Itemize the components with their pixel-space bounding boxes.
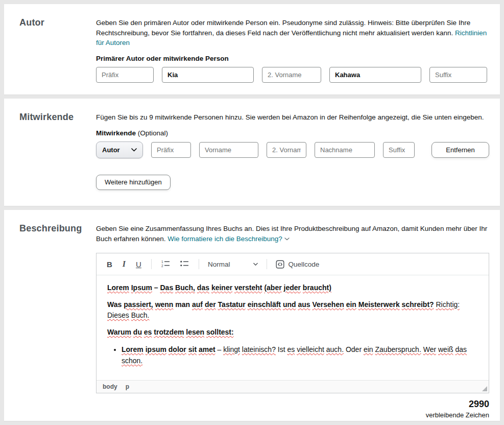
contributors-label: Mitwirkende (Optional)	[96, 129, 489, 137]
underline-button[interactable]: U	[132, 258, 146, 270]
contributor-middle-name-input[interactable]	[267, 142, 306, 158]
rich-text-editor: B I U 12 Normal	[96, 253, 489, 393]
author-section: Autor Geben Sie den primären Autor oder …	[4, 4, 500, 95]
contributor-fields	[151, 142, 415, 158]
description-section-content: Geben Sie eine Zusammenfassung Ihres Buc…	[96, 223, 489, 419]
description-help-text-body: Geben Sie eine Zusammenfassung Ihres Buc…	[96, 225, 487, 243]
source-code-icon	[276, 260, 284, 269]
contributors-description: Fügen Sie bis zu 9 mitwirkende Personen …	[96, 112, 489, 123]
contributors-section-content: Fügen Sie bis zu 9 mitwirkende Personen …	[96, 112, 489, 190]
add-contributor-button[interactable]: Weitere hinzufügen	[96, 175, 171, 190]
paragraph-format-dropdown[interactable]: Normal	[205, 258, 261, 270]
author-section-content: Geben Sie den primären Autor oder mitwir…	[96, 17, 489, 83]
bullet-list-icon	[180, 260, 189, 267]
description-format-link[interactable]: Wie formatiere ich die Beschreibung?	[167, 235, 282, 243]
primary-author-label: Primärer Autor oder mitwirkende Person	[96, 55, 489, 62]
contributors-label-text: Mitwirkende	[96, 129, 136, 137]
source-code-button[interactable]: Quellcode	[273, 258, 322, 271]
description-section: Beschreibung Geben Sie eine Zusammenfass…	[4, 210, 500, 421]
middle-name-input[interactable]	[262, 67, 321, 83]
element-path-p[interactable]: p	[126, 383, 129, 390]
bold-button[interactable]: B	[103, 258, 116, 270]
contributor-last-name-input[interactable]	[315, 142, 375, 158]
toolbar-divider	[267, 259, 267, 269]
contributor-first-name-input[interactable]	[199, 142, 258, 158]
author-section-title: Autor	[19, 17, 96, 28]
dropdown-arrow-icon	[253, 263, 258, 266]
numbered-list-button[interactable]: 12	[157, 258, 174, 270]
remaining-characters-count: 2990	[96, 398, 489, 410]
suffix-input[interactable]	[429, 67, 487, 83]
description-help-text: Geben Sie eine Zusammenfassung Ihres Buc…	[96, 224, 489, 244]
numbered-list-icon: 12	[161, 260, 170, 267]
element-path-body[interactable]: body	[103, 383, 117, 390]
paragraph-format-value: Normal	[208, 261, 230, 268]
kdp-book-details-page: Autor Geben Sie den primären Autor oder …	[4, 4, 500, 421]
contributor-role-select[interactable]: Autor	[96, 141, 143, 158]
author-description: Geben Sie den primären Autor oder mitwir…	[96, 18, 489, 48]
last-name-input[interactable]	[329, 67, 421, 83]
toolbar-divider	[151, 259, 152, 269]
contributor-prefix-input[interactable]	[151, 142, 191, 158]
primary-author-fields-row	[96, 67, 489, 83]
prefix-input[interactable]	[96, 67, 154, 83]
contributors-section-title: Mitwirkende	[19, 112, 96, 123]
description-editor-content[interactable]: Lorem Ipsum – Das Buch, das keiner verst…	[97, 275, 489, 380]
resize-handle-icon[interactable]	[482, 386, 487, 391]
first-name-input[interactable]	[162, 67, 254, 83]
remaining-characters-label: verbleibende Zeichen	[96, 411, 489, 419]
description-section-title: Beschreibung	[19, 223, 96, 234]
character-counter: 2990 verbleibende Zeichen	[96, 398, 489, 419]
contributors-label-optional: (Optional)	[136, 129, 168, 137]
chevron-down-icon[interactable]	[284, 238, 290, 241]
toolbar-divider	[199, 259, 199, 269]
svg-text:1: 1	[161, 260, 163, 264]
remove-contributor-button[interactable]: Entfernen	[431, 142, 489, 158]
contributors-section: Mitwirkende Fügen Sie bis zu 9 mitwirken…	[4, 99, 500, 206]
contributor-suffix-input[interactable]	[383, 142, 415, 158]
contributor-row: Autor Entfernen	[96, 141, 489, 158]
author-description-text: Geben Sie den primären Autor oder mitwir…	[96, 19, 470, 37]
editor-status-bar: body p	[97, 380, 489, 393]
chevron-down-icon	[131, 148, 137, 152]
italic-button[interactable]: I	[118, 258, 130, 270]
svg-text:2: 2	[161, 264, 163, 268]
contributor-role-value: Autor	[102, 146, 120, 154]
bullet-list-button[interactable]	[176, 258, 193, 270]
editor-toolbar: B I U 12 Normal	[97, 253, 489, 275]
source-code-label: Quellcode	[288, 261, 319, 268]
